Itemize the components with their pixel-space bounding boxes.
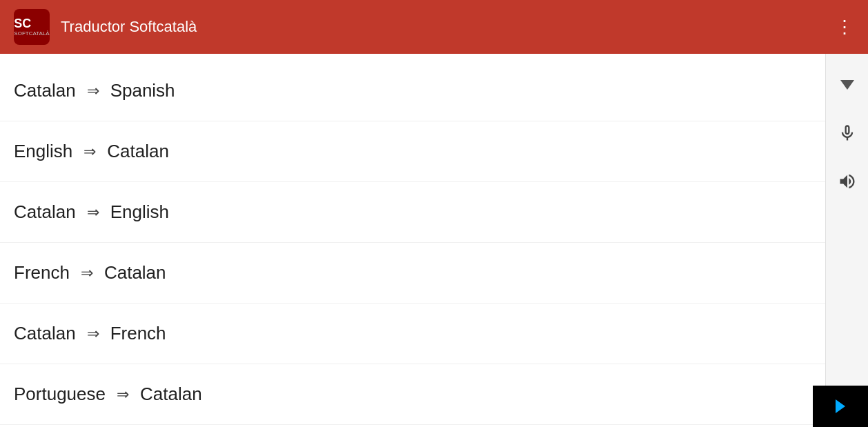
- source-language: Catalan: [14, 80, 76, 101]
- arrow-icon: ⇒: [83, 143, 96, 161]
- arrow-icon: ⇒: [87, 325, 99, 343]
- arrow-icon: ⇒: [87, 82, 99, 100]
- source-language: Portuguese: [14, 384, 106, 405]
- logo-initials: SC: [14, 17, 31, 30]
- source-language: Catalan: [14, 201, 76, 223]
- list-item[interactable]: Catalan⇒English: [0, 182, 825, 243]
- target-language: Catalan: [107, 141, 169, 162]
- list-item[interactable]: French⇒Catalan: [0, 243, 825, 304]
- list-item[interactable]: Portuguese⇒Catalan: [0, 364, 825, 425]
- target-language: English: [110, 201, 169, 223]
- target-language: Catalan: [140, 384, 202, 405]
- app-logo: SC SOFTCATALÀ: [14, 9, 50, 45]
- source-language: English: [14, 141, 72, 162]
- list-item[interactable]: English⇒Catalan: [0, 121, 825, 182]
- language-pair-list: Catalan⇒SpanishEnglish⇒CatalanCatalan⇒En…: [0, 54, 825, 427]
- target-language: Catalan: [104, 262, 166, 284]
- target-language: Spanish: [110, 80, 175, 101]
- arrow-icon: ⇒: [87, 203, 99, 221]
- arrow-icon: ⇒: [81, 264, 93, 282]
- right-sidebar: [825, 54, 868, 427]
- chevron-down-icon: [840, 80, 854, 90]
- arrow-icon: ⇒: [117, 386, 129, 404]
- source-language: French: [14, 262, 70, 284]
- speaker-button[interactable]: [826, 157, 868, 206]
- microphone-icon: [838, 123, 857, 143]
- microphone-button[interactable]: [826, 109, 868, 157]
- overflow-menu-icon[interactable]: ⋮: [836, 18, 854, 36]
- list-item[interactable]: Catalan⇒Spanish: [0, 61, 825, 121]
- logo-subtext: SOFTCATALÀ: [14, 30, 49, 37]
- target-language: French: [110, 323, 166, 344]
- ad-arrow-icon: [836, 399, 845, 413]
- source-language: Catalan: [14, 323, 76, 344]
- app-header: SC SOFTCATALÀ Traductor Softcatalà ⋮: [0, 0, 868, 54]
- list-item[interactable]: Catalan⇒French: [0, 304, 825, 364]
- ad-banner: [813, 386, 868, 427]
- dropdown-button[interactable]: [826, 61, 868, 109]
- volume-icon: [838, 172, 857, 191]
- app-title: Traductor Softcatalà: [61, 18, 197, 36]
- main-content: Catalan⇒SpanishEnglish⇒CatalanCatalan⇒En…: [0, 54, 868, 427]
